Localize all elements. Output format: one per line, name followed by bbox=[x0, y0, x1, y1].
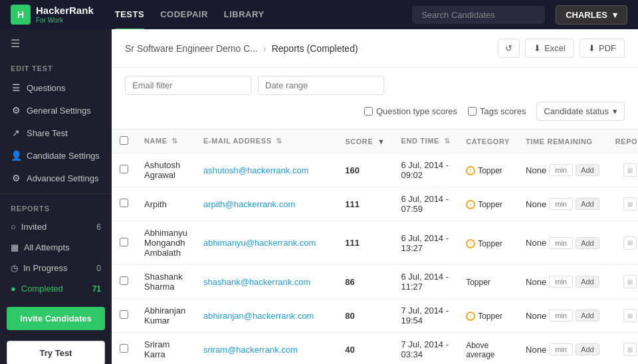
breadcrumb-link[interactable]: Sr Software Engineer Demo C... bbox=[125, 43, 258, 54]
row-name: Ashutosh Agrawal bbox=[136, 153, 195, 187]
row-end-time: 7 Jul, 2014 - 19:54 bbox=[393, 299, 459, 333]
time-add-button[interactable]: Add bbox=[576, 237, 599, 249]
row-score: 80 bbox=[337, 299, 393, 333]
row-email-link[interactable]: abhiranjan@hackerrank.com bbox=[203, 311, 314, 321]
pdf-button[interactable]: ⬇ PDF bbox=[580, 39, 625, 58]
table-row: Ashutosh Agrawal ashutosh@hackerrank.com… bbox=[112, 153, 638, 187]
time-min-input[interactable] bbox=[549, 276, 573, 288]
time-add-button[interactable]: Add bbox=[576, 310, 599, 321]
row-checkbox[interactable] bbox=[120, 344, 128, 353]
search-input[interactable] bbox=[412, 6, 545, 24]
chevron-down-icon: ▾ bbox=[613, 106, 617, 116]
time-add-button[interactable]: Add bbox=[576, 276, 599, 288]
row-checkbox[interactable] bbox=[120, 310, 128, 319]
row-email: ashutosh@hackerrank.com bbox=[195, 153, 337, 187]
try-test-button[interactable]: Try Test bbox=[7, 341, 105, 364]
row-end-time: 6 Jul, 2014 - 11:27 bbox=[393, 265, 459, 299]
table-header-row: NAME ⇅ E-MAIL ADDRESS ⇅ SCORE ▼ END TI bbox=[112, 130, 638, 153]
sidebar-item-label: Candidate Settings bbox=[27, 151, 100, 161]
header-score: SCORE ▼ bbox=[337, 130, 393, 153]
nav-tests[interactable]: TESTS bbox=[115, 0, 144, 30]
download-icon: ⬇ bbox=[588, 43, 595, 53]
time-min-input[interactable] bbox=[549, 310, 573, 321]
time-min-input[interactable] bbox=[549, 237, 573, 249]
user-menu[interactable]: CHARLES ▾ bbox=[556, 5, 627, 25]
nav-codepair[interactable]: CODEPAIR bbox=[160, 0, 208, 30]
row-name: Abhimanyu Mongandh Ambalath bbox=[136, 221, 195, 265]
report-icon[interactable]: ⊞ bbox=[623, 197, 637, 211]
sidebar-report-completed[interactable]: ● Completed 71 bbox=[0, 278, 112, 299]
time-add-button[interactable]: Add bbox=[576, 164, 599, 176]
filters-row: Question type scores Tags scores Candida… bbox=[112, 68, 638, 130]
header-end-time: END TIME ⇅ bbox=[393, 130, 459, 153]
report-icon[interactable]: ⊞ bbox=[623, 343, 637, 356]
row-score: 86 bbox=[337, 265, 393, 299]
sidebar-item-general-settings[interactable]: ⚙ General Settings bbox=[0, 99, 112, 122]
row-time-remaining: None Add bbox=[518, 187, 607, 221]
hamburger-icon[interactable]: ☰ bbox=[0, 29, 112, 58]
row-checkbox[interactable] bbox=[120, 276, 128, 285]
time-none-label: None bbox=[526, 165, 546, 175]
report-icon[interactable]: ⊞ bbox=[623, 163, 637, 177]
row-email-link[interactable]: sriram@hackerrank.com bbox=[203, 345, 298, 355]
date-range-input[interactable] bbox=[258, 76, 384, 95]
tags-scores-label[interactable]: Tags scores bbox=[468, 106, 526, 116]
sidebar-item-questions[interactable]: ☰ Questions bbox=[0, 76, 112, 99]
report-invited-label: Invited bbox=[21, 222, 47, 232]
row-name: Arpith bbox=[136, 187, 195, 221]
clock-icon: ◷ bbox=[11, 263, 18, 273]
dot-icon: ● bbox=[11, 284, 16, 294]
sort-icon[interactable]: ⇅ bbox=[171, 137, 178, 145]
sidebar-report-invited[interactable]: ○ Invited 6 bbox=[0, 217, 112, 237]
report-icon[interactable]: ⊞ bbox=[623, 236, 637, 250]
row-checkbox[interactable] bbox=[120, 238, 128, 246]
row-time-remaining: None Add bbox=[518, 265, 607, 299]
row-time-remaining: None Add bbox=[518, 153, 607, 187]
sidebar-item-advanced-settings[interactable]: ⚙ Advanced Settings bbox=[0, 167, 112, 189]
row-email: shashank@hackerrank.com bbox=[195, 265, 337, 299]
gear-icon: ⚙ bbox=[11, 105, 21, 116]
question-type-scores-checkbox[interactable] bbox=[364, 107, 373, 116]
table-row: Arpith arpith@hackerrank.com 111 6 Jul, … bbox=[112, 187, 638, 221]
time-none-label: None bbox=[526, 199, 546, 209]
sidebar-item-share-test[interactable]: ↗ Share Test bbox=[0, 122, 112, 144]
sort-icon[interactable]: ⇅ bbox=[444, 137, 451, 145]
list-icon: ☰ bbox=[11, 82, 21, 93]
excel-button[interactable]: ⬇ Excel bbox=[525, 39, 574, 58]
row-email-link[interactable]: shashank@hackerrank.com bbox=[203, 277, 310, 287]
refresh-button[interactable]: ↺ bbox=[498, 39, 520, 58]
time-min-input[interactable] bbox=[549, 164, 573, 176]
time-none-label: None bbox=[526, 277, 546, 287]
email-filter-input[interactable] bbox=[125, 76, 251, 95]
row-email: abhimanyu@hackerrank.com bbox=[195, 221, 337, 265]
nav-library[interactable]: LIBRARY bbox=[224, 0, 265, 30]
time-add-button[interactable]: Add bbox=[576, 198, 599, 210]
sidebar-item-label: Questions bbox=[27, 83, 66, 93]
select-all-checkbox[interactable] bbox=[120, 136, 128, 145]
sidebar-item-candidate-settings[interactable]: 👤 Candidate Settings bbox=[0, 144, 112, 167]
tags-scores-checkbox[interactable] bbox=[468, 107, 477, 116]
question-type-scores-label[interactable]: Question type scores bbox=[364, 106, 457, 116]
invite-candidates-button[interactable]: Invite Candidates bbox=[7, 307, 105, 330]
report-icon[interactable]: ⊞ bbox=[623, 309, 637, 322]
edit-test-label: EDIT TEST bbox=[0, 58, 112, 76]
row-email-link[interactable]: abhimanyu@hackerrank.com bbox=[203, 238, 316, 248]
row-checkbox[interactable] bbox=[120, 199, 128, 207]
header-time-remaining: TIME REMAINING bbox=[518, 130, 607, 153]
report-icon[interactable]: ⊞ bbox=[623, 275, 637, 288]
time-add-button[interactable]: Add bbox=[576, 343, 599, 355]
download-icon: ⬇ bbox=[534, 43, 541, 53]
table-row: Sriram Karra sriram@hackerrank.com 40 7 … bbox=[112, 333, 638, 365]
sort-icon[interactable]: ▼ bbox=[377, 137, 385, 145]
time-min-input[interactable] bbox=[549, 343, 573, 355]
row-checkbox[interactable] bbox=[120, 165, 128, 173]
candidates-table: NAME ⇅ E-MAIL ADDRESS ⇅ SCORE ▼ END TI bbox=[112, 130, 638, 364]
candidate-status-dropdown[interactable]: Candidate status ▾ bbox=[536, 102, 625, 121]
sort-icon[interactable]: ⇅ bbox=[276, 137, 282, 145]
logo[interactable]: H HackerRank For Work bbox=[11, 5, 94, 25]
sidebar-report-all-attempts[interactable]: ▦ All Attempts bbox=[0, 237, 112, 258]
row-email-link[interactable]: arpith@hackerrank.com bbox=[203, 199, 295, 209]
time-min-input[interactable] bbox=[549, 198, 573, 210]
row-email-link[interactable]: ashutosh@hackerrank.com bbox=[203, 165, 308, 175]
sidebar-report-in-progress[interactable]: ◷ In Progress 0 bbox=[0, 258, 112, 278]
